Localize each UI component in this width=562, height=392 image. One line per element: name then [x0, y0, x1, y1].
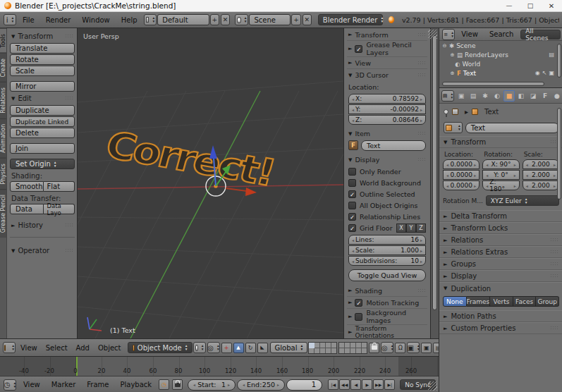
render-engine-dropdown[interactable]: Blender Render: [318, 14, 383, 25]
object-id-selector[interactable]: [444, 122, 463, 133]
npanel-grease-pencil-header[interactable]: ►Grease Pencil Layers: [347, 41, 427, 57]
proportional-edit-dropdown[interactable]: ◎: [381, 342, 393, 353]
outliner-vscrollbar[interactable]: [557, 44, 561, 78]
manipulator-toggle-button[interactable]: +: [221, 343, 232, 353]
current-frame-field[interactable]: 1: [286, 379, 322, 391]
duplication-none-button[interactable]: None: [443, 296, 467, 307]
duplication-faces-button[interactable]: Faces: [513, 296, 537, 307]
grid-axis-y-button[interactable]: Y: [406, 223, 416, 233]
npanel-view-header[interactable]: ►View: [347, 57, 427, 69]
panel-header-transform[interactable]: ▼Transform: [10, 30, 75, 42]
grid-scale-field[interactable]: Scale:1.000: [348, 245, 426, 255]
auto-keyframe-button[interactable]: ◷: [159, 379, 169, 390]
screen-layout-icon[interactable]: [144, 14, 157, 25]
object-name-field[interactable]: Text: [465, 123, 559, 133]
toggle-quad-view-button[interactable]: Toggle Quad View: [348, 269, 426, 281]
render-tab-icon[interactable]: ▣: [456, 90, 467, 102]
minimize-button[interactable]: —: [499, 0, 520, 11]
opengl-render-button[interactable]: ▣: [421, 343, 432, 353]
menu-window[interactable]: Window: [76, 16, 115, 24]
render-layers-tab-icon[interactable]: ▤: [468, 90, 479, 102]
active-layer-cell[interactable]: [309, 343, 314, 348]
previous-keyframe-button[interactable]: ◀◀: [339, 379, 350, 390]
scale-z-field[interactable]: 2.000: [523, 180, 559, 190]
tab-relations[interactable]: Relations: [0, 82, 6, 118]
constraints-tab-icon[interactable]: ◧: [515, 90, 527, 102]
tab-create[interactable]: Create: [0, 53, 6, 82]
duplication-frames-button[interactable]: Frames: [467, 296, 491, 307]
data-button[interactable]: Data: [10, 204, 44, 214]
npanel-item-header[interactable]: ▼Item: [347, 128, 427, 140]
add-scene-button[interactable]: +: [291, 14, 300, 25]
shade-smooth-button[interactable]: Smooth: [10, 181, 44, 192]
world-background-checkbox[interactable]: [348, 179, 356, 187]
expand-icon[interactable]: ⊕: [449, 71, 456, 76]
object-tab-icon[interactable]: ■: [503, 90, 515, 102]
data-tab-icon[interactable]: F: [539, 90, 551, 102]
pivot-center-dropdown[interactable]: ◎: [207, 342, 220, 353]
renderability-icon[interactable]: ▤: [549, 51, 554, 58]
viewport-shading-dropdown[interactable]: [193, 342, 206, 353]
outliner-item-label[interactable]: Scene: [456, 42, 475, 49]
transform-locks-header[interactable]: ►Transform Locks: [439, 222, 562, 234]
tab-physics[interactable]: Physics: [0, 158, 6, 190]
pin-icon[interactable]: [444, 109, 448, 114]
grid-floor-row[interactable]: Grid Floor X Y Z: [347, 222, 427, 233]
menu-object[interactable]: Object: [94, 344, 126, 352]
area-corner-grip[interactable]: [428, 381, 437, 391]
world-tab-icon[interactable]: ◐: [491, 90, 503, 102]
tab-tools[interactable]: Tools: [0, 28, 6, 53]
location-z-field[interactable]: 0.0000: [443, 180, 479, 190]
opengl-render-anim-button[interactable]: ▤: [433, 343, 439, 353]
outliner-menu-view[interactable]: View: [456, 30, 484, 38]
add-layout-button[interactable]: +: [210, 14, 219, 25]
orientation-dropdown[interactable]: Global: [270, 342, 308, 353]
jump-to-start-button[interactable]: |◀: [328, 379, 338, 390]
delete-scene-button[interactable]: ✕: [303, 14, 312, 25]
renderability-icon[interactable]: ▣: [549, 70, 554, 76]
jump-to-end-button[interactable]: ▶|: [384, 379, 395, 390]
delete-button[interactable]: Delete: [10, 128, 75, 138]
location-x-field[interactable]: 0.0000: [443, 159, 479, 169]
npanel-motion-tracking-header[interactable]: ►Motion Tracking: [347, 297, 427, 309]
outliner-filter-dropdown[interactable]: All Scenes: [520, 30, 561, 39]
screen-layout-field[interactable]: Default: [157, 14, 209, 25]
outline-selected-checkbox[interactable]: [348, 190, 356, 198]
scale-manipulator-button[interactable]: ◣: [257, 343, 268, 353]
menu-add[interactable]: Add: [72, 344, 94, 352]
rotation-z-field[interactable]: Z: 180°: [482, 180, 519, 190]
shade-flat-button[interactable]: Flat: [44, 181, 75, 192]
menu-render[interactable]: Render: [40, 16, 77, 24]
outliner-row-world[interactable]: ◐ World: [439, 59, 562, 68]
next-keyframe-button[interactable]: ▶▶: [373, 379, 384, 390]
menu-help[interactable]: Help: [116, 16, 143, 24]
outliner-row-renderlayers[interactable]: ⊕ ▤ RenderLayers ▤: [439, 50, 562, 59]
area-corner-grip[interactable]: [428, 30, 437, 39]
npanel-shading-header[interactable]: ►Shading: [347, 285, 427, 297]
npanel-scrollbar[interactable]: [432, 35, 437, 310]
duplication-header[interactable]: ▼Duplication: [439, 282, 562, 294]
rotate-manipulator-button[interactable]: ↻: [245, 343, 256, 353]
mirror-button[interactable]: Mirror: [10, 81, 75, 92]
relationship-lines-checkbox[interactable]: [348, 213, 356, 221]
grid-subdivisions-field[interactable]: Subdivisions:10: [348, 256, 426, 266]
outliner-item-label[interactable]: World: [462, 61, 480, 68]
rotation-mode-dropdown[interactable]: XYZ Euler: [486, 195, 559, 206]
outliner-hscrollbar[interactable]: [442, 82, 544, 86]
rotation-x-field[interactable]: X: 90°: [482, 159, 519, 169]
groups-header[interactable]: ►Groups: [439, 258, 562, 270]
play-button[interactable]: ▶: [362, 379, 372, 390]
delta-transform-header[interactable]: ►Delta Transform: [439, 210, 562, 222]
npanel-background-images-header[interactable]: ►Background Images: [347, 309, 427, 325]
background-images-checkbox[interactable]: [355, 313, 362, 321]
relationship-lines-row[interactable]: Relationship Lines: [347, 211, 427, 222]
outliner-editor-selector[interactable]: ≡: [442, 29, 455, 40]
grid-axis-x-button[interactable]: X: [396, 223, 406, 233]
outliner-item-label[interactable]: RenderLayers: [465, 51, 508, 59]
editor-type-selector[interactable]: i: [4, 14, 16, 25]
menu-file[interactable]: File: [17, 16, 40, 24]
join-button[interactable]: Join: [10, 143, 75, 154]
viewport-editor-selector[interactable]: [3, 342, 16, 353]
collapse-icon[interactable]: ⊖: [441, 43, 448, 49]
lock-to-scene-button[interactable]: [369, 343, 379, 353]
